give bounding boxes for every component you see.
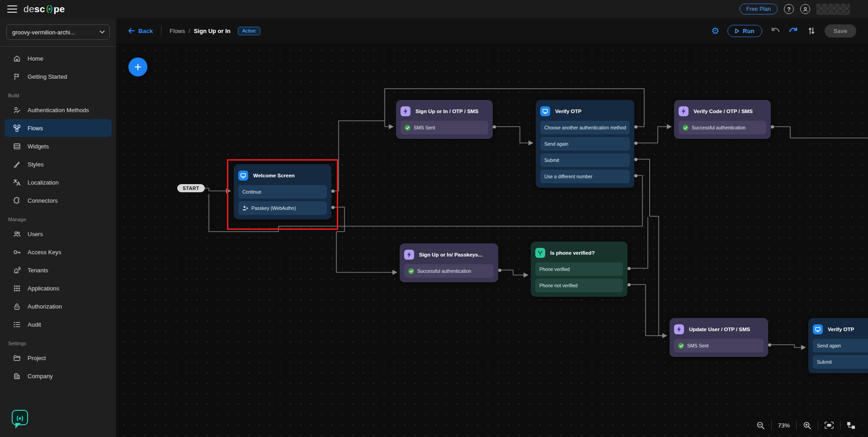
sidebar-item-company[interactable]: Company (5, 367, 112, 385)
bolt-icon (674, 324, 684, 334)
output-port-is-phone-verified[interactable] (627, 267, 631, 270)
hamburger-menu-icon[interactable] (7, 5, 17, 13)
output-port-verify-otp[interactable] (634, 158, 637, 161)
output-port-verify-otp[interactable] (634, 174, 637, 177)
undo-icon[interactable] (770, 26, 780, 36)
auto-layout-icon[interactable] (847, 422, 855, 429)
sidebar-item-authorization[interactable]: Authorization (5, 297, 112, 315)
node-row-choose-another-authentication-method[interactable]: Choose another authentication method (540, 121, 630, 134)
account-icon[interactable] (800, 4, 810, 14)
node-row-passkey-webauthn-[interactable]: Passkey (WebAuthn) (238, 201, 327, 215)
back-button[interactable]: Back (128, 28, 153, 34)
node-row-phone-not-verified[interactable]: Phone not verified (535, 279, 623, 292)
monitor-icon (540, 106, 550, 116)
sidebar-item-project[interactable]: Project (5, 349, 112, 367)
run-button[interactable]: Run (727, 25, 762, 37)
zoom-in-icon[interactable] (803, 421, 811, 430)
monitor-icon (238, 171, 248, 180)
flow-editor: Back Flows / Sign Up or In Active ⚙ Run (116, 18, 868, 437)
sidebar-item-styles[interactable]: Styles (5, 155, 112, 173)
project-selector[interactable]: groovy-vermilion-archi... (6, 24, 110, 40)
check-icon (405, 125, 410, 131)
node-header: Is phone verified? (535, 246, 623, 260)
node-row-label: Successful authentication (417, 268, 471, 274)
node-row-send-again[interactable]: Send again (540, 137, 630, 151)
output-port-signup-passkeys[interactable] (498, 269, 501, 272)
branch-icon (535, 248, 545, 258)
translate-icon (13, 178, 21, 186)
puzzle-icon (13, 196, 21, 204)
breadcrumb-flows[interactable]: Flows (170, 28, 185, 34)
sidebar-item-connectors[interactable]: Connectors (5, 191, 112, 209)
project-selector-label: groovy-vermilion-archi... (12, 29, 75, 36)
help-icon[interactable]: ? (784, 4, 794, 14)
node-row-use-a-different-number[interactable]: Use a different number (540, 170, 630, 183)
sidebar-item-flows[interactable]: Flows (5, 119, 112, 137)
sidebar-item-getting-started[interactable]: Getting Started (5, 67, 112, 86)
output-port-is-phone-verified[interactable] (627, 283, 631, 286)
flow-node-is-phone-verified[interactable]: Is phone verified?Phone verifiedPhone no… (531, 242, 627, 297)
sidebar-item-label: Authorization (28, 303, 62, 310)
sidebar-item-label: Authentication Methods (28, 107, 89, 114)
output-port-signup-otp-sms[interactable] (493, 125, 496, 128)
save-button[interactable]: Save (825, 24, 856, 38)
zoom-level: 73% (778, 422, 790, 429)
sidebar-item-applications[interactable]: Applications (5, 279, 112, 297)
node-row-sms-sent[interactable]: SMS Sent (674, 339, 764, 352)
flow-node-update-user-otp-sms[interactable]: Update User / OTP / SMSSMS Sent (670, 318, 768, 357)
node-row-send-again[interactable]: Send again (813, 339, 868, 352)
output-port-verify-otp[interactable] (634, 142, 637, 145)
folder-icon (13, 354, 21, 362)
flow-node-verify-otp[interactable]: Verify OTPChoose another authentication … (536, 100, 634, 188)
flow-node-verify-code-otp-sms[interactable]: Verify Code / OTP / SMSSuccessful authen… (674, 100, 771, 139)
sidebar-divider (0, 46, 116, 47)
node-row-continue[interactable]: Continue (238, 185, 327, 199)
node-header: Update User / OTP / SMS (674, 323, 764, 336)
sidebar-item-label: Home (28, 55, 43, 62)
zoom-out-icon[interactable] (756, 421, 765, 430)
node-title: Verify Code / OTP / SMS (693, 109, 753, 114)
redo-icon[interactable] (788, 26, 798, 36)
flow-node-signup-passkeys[interactable]: Sign Up or In/ Passkeys...Successful aut… (400, 243, 498, 282)
gear-icon[interactable]: ⚙ (711, 26, 719, 35)
sidebar-item-widgets[interactable]: Widgets (5, 137, 112, 155)
sidebar-item-localization[interactable]: Localization (5, 173, 112, 191)
output-port-update-user-otp-sms[interactable] (768, 343, 771, 347)
sidebar-item-tenants[interactable]: Tenants (5, 261, 112, 279)
company-icon (13, 372, 21, 380)
free-plan-badge[interactable]: Free Plan (740, 4, 778, 14)
key-icon (13, 248, 21, 256)
assistant-chat-icon[interactable]: (⁎) (12, 410, 28, 425)
nav-section-label: Settings (0, 333, 116, 349)
output-port-verify-code-otp-sms[interactable] (771, 125, 774, 128)
node-row-successful-authentication[interactable]: Successful authentication (404, 264, 494, 278)
sidebar-item-label: Company (28, 373, 53, 380)
flow-node-welcome-screen[interactable]: Welcome ScreenContinuePasskey (WebAuthn) (234, 164, 331, 219)
node-row-sms-sent[interactable]: SMS Sent (401, 121, 488, 134)
sidebar-item-users[interactable]: Users (5, 225, 112, 243)
node-row-successful-authentication[interactable]: Successful authentication (679, 121, 766, 134)
sidebar-item-audit[interactable]: Audit (5, 315, 112, 333)
output-port-verify-otp[interactable] (634, 125, 637, 128)
output-port-welcome-screen[interactable] (331, 190, 335, 193)
node-row-phone-verified[interactable]: Phone verified (535, 262, 623, 276)
sidebar-item-access-keys[interactable]: Access Keys (5, 243, 112, 261)
sidebar-item-authentication-methods[interactable]: Authentication Methods (5, 101, 112, 119)
logo-text-de: de (24, 4, 34, 14)
flow-canvas[interactable]: + START Welcome ScreenContinuePasskey (W… (116, 43, 868, 437)
chevron-down-icon (99, 30, 105, 34)
descope-logo: desc pe (24, 4, 65, 14)
sidebar-item-home[interactable]: Home (5, 49, 112, 67)
person-icon (802, 6, 808, 12)
sidebar-item-label: Localization (28, 179, 59, 186)
flow-node-verify-otp-2[interactable]: Verify OTPSend againSubmit (808, 318, 868, 373)
node-row-submit[interactable]: Submit (540, 153, 630, 167)
status-badge[interactable]: Active (238, 27, 260, 35)
add-node-button[interactable]: + (128, 57, 147, 76)
flow-node-signup-otp-sms[interactable]: Sign Up or In / OTP / SMSSMS Sent (396, 100, 493, 139)
sidebar-item-label: Flows (28, 125, 43, 132)
import-export-icon[interactable] (807, 26, 816, 36)
fit-view-icon[interactable] (825, 422, 834, 429)
output-port-welcome-screen[interactable] (331, 206, 335, 209)
node-row-submit[interactable]: Submit (813, 355, 868, 369)
